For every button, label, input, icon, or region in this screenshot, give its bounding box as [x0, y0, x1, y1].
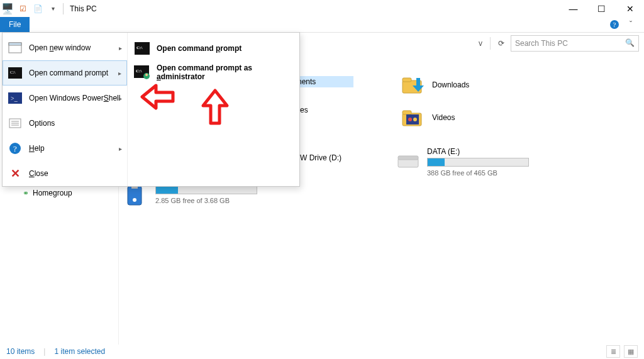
svg-text:C:\: C:\ — [136, 45, 143, 50]
ribbon-collapse-icon[interactable]: ˇ — [625, 19, 636, 30]
drive-label: W Drive (D:) — [300, 153, 341, 162]
ribbon-tabs: File ? ˇ — [0, 17, 644, 33]
menu-open-command-prompt[interactable]: C:\ Open command prompt ▸ — [3, 60, 127, 86]
svg-point-14 — [133, 198, 136, 202]
submenu-arrow-icon: ▸ — [119, 95, 122, 102]
svg-rect-3 — [402, 78, 411, 82]
cmd-icon: C:\ — [8, 67, 23, 79]
menu-label: Close — [29, 169, 48, 178]
svg-rect-16 — [9, 43, 21, 45]
qat-properties-icon[interactable]: ☑ — [15, 2, 30, 16]
close-menu-icon: ✕ — [8, 167, 23, 180]
window-title: This PC — [70, 4, 97, 13]
folder-label: Downloads — [432, 80, 469, 89]
svg-rect-6 — [402, 111, 411, 114]
cmd-admin-icon: C:\ — [134, 65, 150, 79]
menu-help[interactable]: ? Help ▸ — [3, 136, 127, 161]
downloads-icon — [401, 73, 425, 97]
quick-access-toolbar: 🖥️ ☑ 📄 ▾ — [0, 0, 60, 17]
usb-icon — [124, 184, 149, 209]
address-history-dropdown[interactable]: v — [474, 36, 487, 50]
title-bar: 🖥️ ☑ 📄 ▾ This PC — ☐ ✕ — [0, 0, 644, 17]
file-menu-primary: Open new window ▸ C:\ Open command promp… — [3, 33, 127, 186]
status-selection: 1 item selected — [54, 347, 105, 356]
search-icon: 🔍 — [625, 38, 635, 47]
menu-label: Open new window — [29, 43, 91, 52]
folder-label: nents — [297, 77, 316, 86]
svg-rect-12 — [128, 186, 142, 205]
menu-open-new-window[interactable]: Open new window ▸ — [3, 35, 127, 60]
submenu-arrow-icon: ▸ — [118, 70, 121, 77]
help-menu-icon: ? — [8, 142, 23, 155]
cmd-icon: C:\ — [134, 41, 150, 55]
drive-free-text: 388 GB free of 465 GB — [427, 169, 529, 177]
folder-documents[interactable]: nents — [296, 76, 353, 87]
addr-separator — [490, 37, 491, 50]
status-bar: 10 items | 1 item selected ≣ ▦ — [0, 344, 644, 359]
folder-videos[interactable]: Videos — [401, 106, 455, 130]
menu-label: Help — [29, 144, 45, 153]
drive-label: DATA (E:) — [427, 147, 529, 156]
title-separator — [63, 3, 64, 14]
search-input[interactable]: Search This PC 🔍 — [511, 35, 639, 52]
options-icon — [8, 117, 23, 130]
menu-label: Open command prompt — [29, 69, 108, 77]
svg-text:C:\: C:\ — [10, 70, 16, 75]
drive-usb[interactable]: 2.85 GB free of 3.68 GB — [124, 184, 262, 209]
menu-label: Options — [29, 119, 55, 128]
folder-partial[interactable]: es — [300, 106, 308, 114]
maximize-button[interactable]: ☐ — [587, 0, 616, 17]
videos-icon — [401, 106, 425, 130]
new-window-icon — [8, 41, 23, 54]
drive-data[interactable]: DATA (E:) 388 GB free of 465 GB — [396, 147, 534, 177]
menu-close[interactable]: ✕ Close — [3, 161, 127, 186]
submenu-open-cmd[interactable]: C:\ Open command prompt — [130, 36, 297, 60]
qat-customize-dropdown[interactable]: ▾ — [45, 2, 60, 16]
minimize-button[interactable]: — — [559, 0, 587, 17]
folder-downloads[interactable]: Downloads — [401, 73, 469, 97]
hdd-icon — [396, 147, 421, 172]
powershell-icon: >_ — [8, 92, 23, 104]
view-tiles-button[interactable]: ▦ — [624, 345, 638, 358]
status-item-count: 10 items — [6, 347, 35, 356]
submenu-label: Open command prompt as administrator — [157, 64, 293, 81]
submenu-label: Open command prompt — [157, 44, 242, 53]
menu-options[interactable]: Options — [3, 111, 127, 136]
homegroup-icon: ⚭ — [23, 189, 29, 197]
menu-open-powershell[interactable]: >_ Open Windows PowerShell ▸ — [3, 86, 127, 111]
folder-label: es — [300, 106, 308, 114]
svg-point-32 — [145, 74, 148, 76]
drive-free-text: 2.85 GB free of 3.68 GB — [155, 197, 257, 204]
drive-usage-bar — [155, 185, 257, 194]
refresh-button[interactable]: ⟳ — [494, 36, 508, 50]
folder-label: Videos — [432, 113, 455, 122]
svg-text:?: ? — [613, 21, 616, 28]
tab-file[interactable]: File — [0, 17, 30, 32]
search-placeholder: Search This PC — [515, 39, 568, 48]
sidebar-item-homegroup[interactable]: ⚭ Homegroup — [0, 186, 118, 200]
qat-new-doc-icon[interactable]: 📄 — [30, 2, 45, 16]
svg-text:?: ? — [13, 144, 17, 153]
drive-usage-bar — [427, 158, 529, 167]
close-button[interactable]: ✕ — [616, 0, 644, 17]
submenu-open-cmd-admin[interactable]: C:\ Open command prompt as administrator — [130, 60, 297, 84]
svg-point-9 — [413, 118, 417, 121]
svg-rect-11 — [398, 156, 418, 160]
sidebar-item-label: Homegroup — [33, 189, 72, 197]
menu-label: Open Windows PowerShell — [29, 94, 120, 102]
this-pc-icon: 🖥️ — [0, 2, 15, 16]
svg-text:C:\: C:\ — [136, 69, 142, 74]
submenu-arrow-icon: ▸ — [119, 45, 122, 52]
svg-point-8 — [408, 118, 412, 121]
view-details-button[interactable]: ≣ — [606, 345, 620, 358]
help-icon[interactable]: ? — [609, 19, 620, 30]
svg-text:>_: >_ — [11, 95, 18, 102]
submenu-arrow-icon: ▸ — [119, 145, 122, 152]
